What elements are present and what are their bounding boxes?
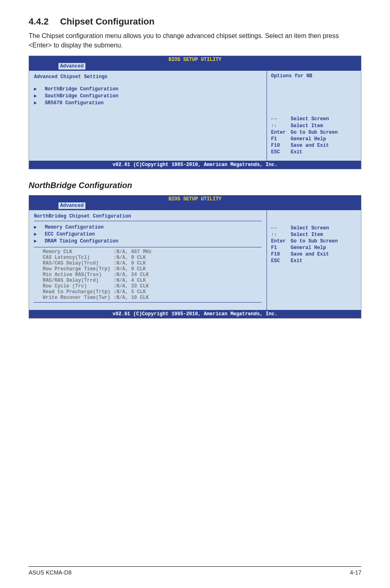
help-key: F10 bbox=[271, 142, 291, 149]
footer-left: ASUS KCMA-D8 bbox=[29, 569, 72, 576]
help-text: General Help bbox=[291, 245, 326, 251]
menu-item-label: DRAM Timing Configuration bbox=[45, 238, 118, 244]
help-key: ↑↓ bbox=[271, 123, 291, 129]
help-text: Select Item bbox=[291, 123, 323, 129]
bios-left-panel: NorthBrideg Chipset Configuration ▶ Memo… bbox=[29, 210, 267, 310]
help-key: ESC bbox=[271, 258, 291, 264]
help-text: Select Screen bbox=[291, 116, 329, 122]
bios-left-heading: NorthBrideg Chipset Configuration bbox=[34, 213, 262, 221]
help-key: ←→ bbox=[271, 116, 291, 122]
submenu-arrow-icon: ▶ bbox=[34, 231, 39, 237]
bios-footer: v02.61 (C)Copyright 1985-2010, American … bbox=[29, 161, 361, 169]
menu-item-northbridge: ▶ NorthBridge Configuration bbox=[34, 85, 262, 92]
bios-right-panel: Options for NB ←→Select Screen ↑↓Select … bbox=[267, 71, 361, 160]
info-subsection: Memory CLK :N/A, 667 MHz CAS Latency(Tcl… bbox=[34, 247, 262, 303]
help-text: Exit bbox=[291, 258, 303, 264]
menu-item-southbridge: ▶ SouthBridge Configuration bbox=[34, 92, 262, 99]
help-text: Select Item bbox=[291, 232, 323, 238]
help-key: ↑↓ bbox=[271, 231, 291, 238]
section-number: 4.4.2 bbox=[29, 16, 49, 27]
help-text: Exit bbox=[291, 149, 303, 155]
help-text: Go to Sub Screen bbox=[291, 130, 338, 135]
menu-item-label: NorthBridge Configuration bbox=[45, 86, 118, 92]
menu-item-ecc-config: ▶ ECC Configuration bbox=[34, 231, 262, 238]
help-key: F1 bbox=[271, 136, 291, 142]
bios-right-heading: Options for NB bbox=[271, 73, 357, 79]
help-key: ←→ bbox=[271, 225, 291, 231]
bios-help-block: ←→Select Screen ↑↓Select Item EnterGo to… bbox=[271, 116, 357, 155]
menu-item-sr5670: ▶ SR5670 Configuration bbox=[34, 99, 262, 106]
memory-info-table: Memory CLK :N/A, 667 MHz CAS Latency(Tcl… bbox=[34, 249, 262, 301]
bios-screenshot-chipset: BIOS SETUP UTILITY Advanced Advanced Chi… bbox=[29, 56, 361, 169]
subheading-northbridge: NorthBridge Configuration bbox=[29, 181, 361, 190]
help-text: Save and Exit bbox=[291, 251, 329, 257]
menu-item-label: SR5670 Configuration bbox=[45, 100, 103, 106]
help-key: Enter bbox=[271, 129, 291, 136]
submenu-arrow-icon: ▶ bbox=[34, 93, 39, 99]
bios-title: BIOS SETUP UTILITY bbox=[29, 195, 361, 202]
help-text: Select Screen bbox=[291, 225, 329, 231]
submenu-arrow-icon: ▶ bbox=[34, 224, 39, 230]
help-key: F1 bbox=[271, 245, 291, 251]
section-description: The Chipset configuration menu allows yo… bbox=[29, 31, 361, 50]
help-key: Enter bbox=[271, 238, 291, 245]
bios-left-heading: Advanced Chipset Settings bbox=[34, 73, 262, 81]
menu-item-memory-config: ▶ Memory Configuration bbox=[34, 224, 262, 231]
submenu-arrow-icon: ▶ bbox=[34, 238, 39, 244]
section-title-text: Chipset Configuration bbox=[60, 16, 155, 27]
bios-tab-advanced: Advanced bbox=[58, 202, 85, 209]
help-text: Go to Sub Screen bbox=[291, 238, 338, 244]
menu-item-label: SouthBridge Configuration bbox=[45, 93, 118, 99]
submenu-arrow-icon: ▶ bbox=[34, 100, 39, 106]
page-footer: ASUS KCMA-D8 4-17 bbox=[29, 566, 361, 576]
help-text: General Help bbox=[291, 136, 326, 142]
bios-help-block: ←→Select Screen ↑↓Select Item EnterGo to… bbox=[271, 225, 357, 265]
bios-left-panel: Advanced Chipset Settings ▶ NorthBridge … bbox=[29, 71, 267, 160]
help-key: F10 bbox=[271, 251, 291, 258]
bios-title: BIOS SETUP UTILITY bbox=[29, 56, 361, 63]
bios-right-panel: ←→Select Screen ↑↓Select Item EnterGo to… bbox=[267, 210, 361, 310]
bios-screenshot-northbridge: BIOS SETUP UTILITY Advanced NorthBrideg … bbox=[29, 195, 361, 319]
bios-tab-row: Advanced bbox=[29, 63, 361, 71]
help-key: ESC bbox=[271, 149, 291, 155]
footer-right: 4-17 bbox=[350, 569, 361, 576]
section-heading: 4.4.2Chipset Configuration bbox=[29, 16, 361, 27]
bios-tab-row: Advanced bbox=[29, 202, 361, 210]
bios-footer: v02.61 (C)Copyright 1985-2010, American … bbox=[29, 310, 361, 318]
submenu-arrow-icon: ▶ bbox=[34, 86, 39, 92]
bios-tab-advanced: Advanced bbox=[58, 63, 85, 70]
menu-item-dram-timing: ▶ DRAM Timing Configuration bbox=[34, 238, 262, 245]
menu-item-label: Memory Configuration bbox=[45, 224, 103, 230]
menu-item-label: ECC Configuration bbox=[45, 231, 94, 237]
help-text: Save and Exit bbox=[291, 143, 329, 148]
